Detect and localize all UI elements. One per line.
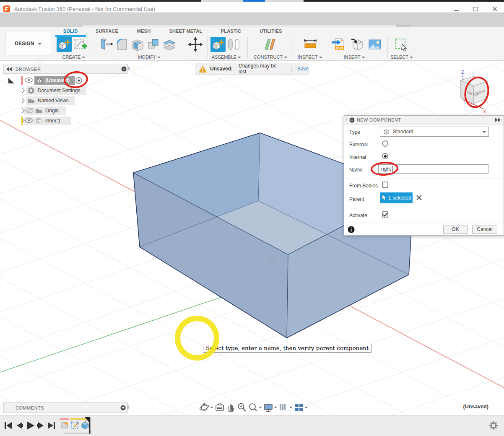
timeline-go-to-end-icon[interactable]	[47, 421, 55, 430]
dropdown-caret-icon[interactable]	[304, 407, 308, 408]
create-group-label[interactable]: CREATE	[62, 54, 86, 60]
timeline-step-back-icon[interactable]	[16, 421, 23, 430]
dialog-header[interactable]: ‖ NEW COMPONENT	[344, 116, 504, 125]
tree-row-origin[interactable]: Origin	[3, 106, 128, 116]
dropdown-caret-icon[interactable]	[210, 407, 213, 408]
maximize-button[interactable]	[473, 7, 478, 11]
navigation-bar	[199, 401, 308, 414]
pan-hand-icon[interactable]	[225, 402, 236, 413]
ok-button[interactable]: OK	[443, 226, 468, 234]
timeline-play-icon[interactable]	[26, 421, 34, 430]
fit-icon[interactable]	[247, 402, 258, 413]
expand-arrow-icon[interactable]	[20, 108, 24, 113]
insert-mesh-tool[interactable]	[350, 37, 365, 52]
display-settings-icon[interactable]	[263, 402, 273, 413]
save-link[interactable]: Save	[297, 66, 309, 72]
activate-checkbox[interactable]	[382, 211, 388, 218]
move-copy-tool[interactable]	[188, 37, 203, 52]
visibility-eye-icon[interactable]	[25, 77, 33, 83]
zoom-icon[interactable]	[236, 402, 247, 413]
assemble-new-component-tool-active[interactable]	[210, 37, 226, 52]
unsaved-indicator: (Unsaved)	[436, 404, 488, 410]
clear-selection-icon[interactable]	[416, 195, 422, 200]
close-button[interactable]	[492, 7, 498, 11]
orbit-icon[interactable]	[199, 402, 209, 413]
shell-tool[interactable]	[130, 37, 145, 52]
insert-group-label[interactable]: INSERT	[343, 54, 365, 60]
from-bodies-checkbox[interactable]	[382, 182, 388, 188]
expand-arrow-open-icon[interactable]	[8, 78, 14, 83]
tab-surface[interactable]: SURFACE	[96, 29, 118, 34]
panel-expand-icon[interactable]	[120, 405, 126, 410]
timeline-go-to-start-icon[interactable]	[4, 421, 13, 430]
internal-radio[interactable]	[382, 153, 388, 159]
visibility-off-eye-icon[interactable]	[26, 107, 34, 114]
measure-tool[interactable]	[303, 37, 318, 52]
dropdown-caret-icon[interactable]	[289, 407, 293, 408]
tree-item-label[interactable]: Document Settings	[38, 88, 80, 93]
design-workspace-button[interactable]: DESIGN	[5, 32, 51, 55]
tab-mesh[interactable]: MESH	[137, 29, 151, 34]
assemble-group-label[interactable]: ASSEMBLE	[212, 54, 241, 60]
new-component-tool-active[interactable]	[57, 37, 72, 52]
visibility-eye-icon[interactable]	[25, 117, 33, 123]
construct-group-label[interactable]: CONSTRUCT	[254, 54, 287, 60]
press-pull-tool[interactable]	[98, 37, 113, 52]
dropdown-caret-icon[interactable]	[259, 407, 262, 408]
timeline-settings-gear-icon[interactable]	[489, 421, 498, 430]
from-bodies-label: From Bodies	[349, 183, 378, 189]
canvas-tool[interactable]	[367, 37, 382, 52]
joint-tool[interactable]	[226, 37, 242, 52]
expand-arrow-icon[interactable]	[20, 98, 24, 103]
panel-grip-icon[interactable]: ‖	[127, 405, 129, 410]
timeline-step-forward-icon[interactable]	[37, 421, 44, 430]
type-dropdown[interactable]: Standard	[380, 127, 489, 137]
external-radio[interactable]	[382, 140, 388, 147]
tree-item-label[interactable]: inner:1	[45, 118, 61, 124]
create-sketch-tool[interactable]	[72, 37, 87, 52]
parent-selected-button[interactable]: 1 selected	[380, 192, 413, 203]
dropdown-caret-icon[interactable]	[483, 131, 486, 133]
timeline-component-feature[interactable]	[60, 420, 69, 430]
new-component-dialog: ‖ NEW COMPONENT Type Standard External I…	[344, 115, 504, 236]
inspect-group-label[interactable]: INSPECT	[298, 54, 322, 60]
dropdown-caret-icon[interactable]	[274, 407, 277, 408]
look-at-icon[interactable]	[214, 402, 225, 413]
minimize-button[interactable]	[453, 7, 459, 11]
browser-title: BROWSER	[16, 67, 41, 72]
tree-item-label[interactable]: Named Views	[38, 98, 69, 104]
select-group-label[interactable]: SELECT	[390, 54, 413, 60]
tree-row-inner-component[interactable]: inner:1	[3, 116, 128, 126]
offset-face-tool[interactable]	[162, 37, 177, 52]
tab-utilities[interactable]: UTILITIES	[260, 29, 282, 34]
select-tool[interactable]	[394, 37, 409, 52]
dialog-grip-icon[interactable]: ‖	[346, 117, 348, 122]
fillet-tool[interactable]	[114, 37, 129, 52]
collapse-panel-icon[interactable]	[6, 67, 12, 71]
browser-header[interactable]: BROWSER ‖	[3, 64, 128, 74]
tree-item-label[interactable]: Origin	[45, 108, 59, 114]
insert-svg-tool[interactable]: SVG	[331, 37, 346, 52]
tab-solid[interactable]: SOLID	[63, 29, 78, 34]
comments-panel[interactable]: COMMENTS ‖	[3, 402, 128, 413]
timeline-sketch-feature[interactable]	[70, 420, 80, 430]
panel-grip-icon[interactable]: ‖	[128, 66, 130, 71]
modify-group-label[interactable]: MODIFY	[138, 54, 161, 60]
cancel-button[interactable]: Cancel	[472, 226, 497, 234]
expand-arrow-icon[interactable]	[20, 88, 24, 93]
dialog-minimize-icon[interactable]	[349, 117, 355, 123]
tab-sheet-metal[interactable]: SHEET METAL	[169, 29, 203, 34]
folder-icon	[28, 98, 35, 104]
viewports-icon[interactable]	[294, 402, 304, 413]
tree-row-document-settings[interactable]: Document Settings	[3, 86, 128, 96]
dialog-expand-icon[interactable]	[495, 118, 501, 122]
combine-tool[interactable]	[146, 37, 161, 52]
tab-plastic[interactable]: PLASTIC	[221, 29, 241, 34]
tree-row-named-views[interactable]: Named Views	[3, 96, 128, 106]
group-separator	[247, 37, 248, 58]
activate-label: Activate	[349, 213, 367, 218]
info-icon[interactable]	[348, 226, 355, 233]
grid-settings-icon[interactable]	[278, 402, 288, 413]
panel-minimize-icon[interactable]	[121, 66, 127, 72]
construct-plane-tool[interactable]	[262, 37, 278, 52]
